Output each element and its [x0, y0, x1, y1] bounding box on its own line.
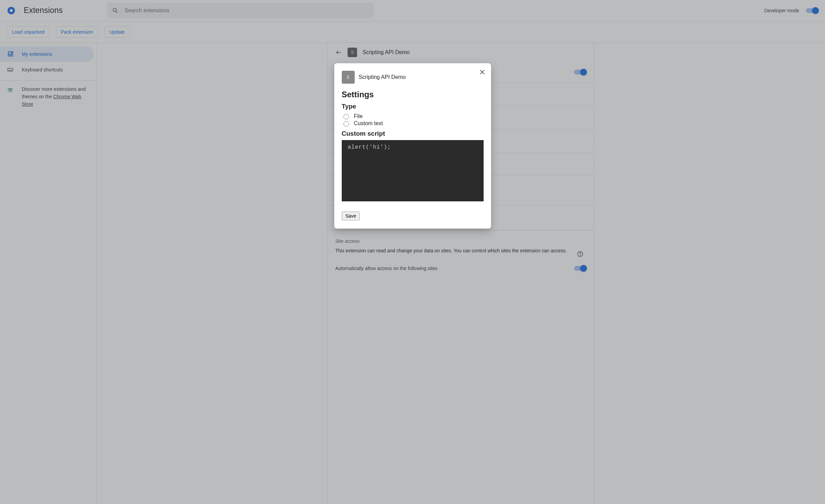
radio-custom-input[interactable]: [343, 121, 349, 127]
modal-extension-name: Scripting API Demo: [359, 74, 406, 80]
custom-script-heading: Custom script: [342, 130, 484, 137]
radio-custom-text[interactable]: Custom text: [342, 120, 484, 127]
type-heading: Type: [342, 103, 484, 110]
radio-file-input[interactable]: [343, 114, 349, 119]
close-icon[interactable]: [479, 69, 486, 75]
modal-extension-badge: S: [342, 71, 355, 84]
save-button[interactable]: Save: [342, 212, 360, 220]
modal-overlay[interactable]: S Scripting API Demo Settings Type File …: [0, 0, 825, 504]
custom-script-textarea[interactable]: [342, 140, 484, 201]
radio-file[interactable]: File: [342, 113, 484, 119]
settings-heading: Settings: [342, 90, 484, 99]
settings-modal: S Scripting API Demo Settings Type File …: [334, 63, 491, 229]
